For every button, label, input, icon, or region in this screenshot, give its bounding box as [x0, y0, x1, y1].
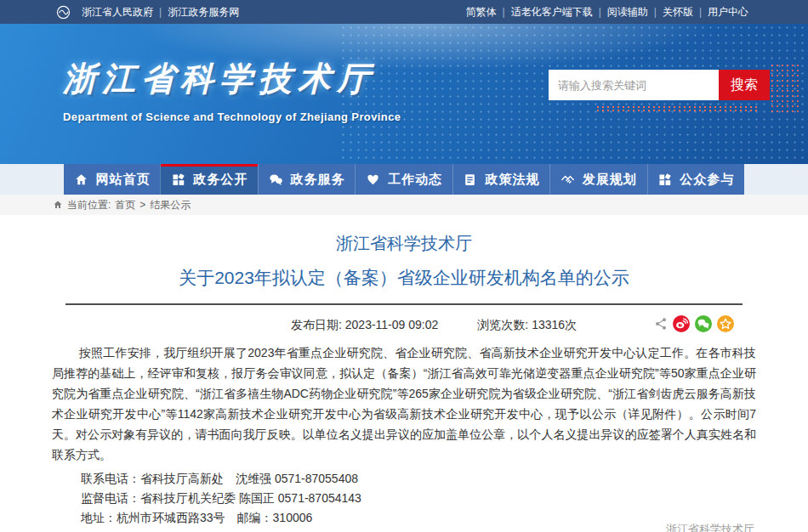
main-navigation: 网站首页 政务公开 政务服务	[0, 164, 808, 195]
search-button[interactable]: 搜索	[719, 70, 770, 100]
topbar-left: 浙江省人民政府 | 浙江政务服务网	[56, 5, 239, 20]
nav-item-public-participation[interactable]: 公众参与	[647, 164, 744, 195]
breadcrumb-home-icon	[53, 200, 63, 210]
separator: |	[159, 6, 162, 18]
link-care-version[interactable]: 关怀版	[663, 5, 693, 20]
top-utility-bar: 浙江省人民政府 | 浙江政务服务网 简繁体 | 适老化客户端下载 | 阅读辅助 …	[0, 0, 808, 24]
nav-item-label: 政策法规	[485, 172, 539, 188]
breadcrumb-current: 结果公示	[150, 198, 191, 212]
nav-item-development-plans[interactable]: 发展规划	[549, 164, 646, 195]
nav-item-work-news[interactable]: 工作动态	[355, 164, 452, 195]
meta-fields: 发布日期:2023-11-09 09:02 浏览次数:13316次	[52, 314, 756, 335]
favorite-star-share-icon[interactable]	[717, 315, 734, 332]
nav-item-label: 网站首页	[96, 172, 151, 188]
link-simplified-traditional[interactable]: 简繁体	[466, 5, 497, 20]
article: 浙江省科学技术厅 关于2023年拟认定（备案）省级企业研发机构名单的公示 发布日…	[52, 232, 756, 532]
link-user-center[interactable]: 用户中心	[708, 5, 748, 20]
address-line: 地址：杭州市环城西路33号 邮编：310006	[81, 508, 756, 528]
share-bar	[654, 315, 734, 332]
nav-item-label: 工作动态	[388, 172, 442, 188]
article-title-main: 关于2023年拟认定（备案）省级企业研发机构名单的公示	[52, 266, 756, 290]
page: 浙江省人民政府 | 浙江政务服务网 简繁体 | 适老化客户端下载 | 阅读辅助 …	[0, 0, 808, 532]
nav-item-gov-info-disclosure[interactable]: 政务公开	[160, 164, 257, 195]
publish-date-label: 发布日期:	[291, 318, 342, 331]
view-count: 浏览次数:13316次	[477, 314, 577, 335]
link-elderly-client-download[interactable]: 适老化客户端下载	[511, 5, 593, 20]
zhejiang-gov-emblem-icon	[56, 5, 71, 20]
nav-item-label: 发展规划	[583, 172, 637, 188]
share-icon[interactable]	[654, 317, 668, 331]
site-title-chinese: 浙江省科学技术厅	[63, 56, 401, 102]
article-meta: 发布日期:2023-11-09 09:02 浏览次数:13316次	[52, 314, 756, 335]
site-branding: 浙江省科学技术厅 Department of Science and Techn…	[63, 56, 401, 123]
separator: |	[699, 6, 702, 18]
contact-info: 联系电话：省科技厅高新处 沈维强 0571-87055408 监督电话：省科技厅…	[52, 469, 756, 528]
title-divider	[65, 303, 743, 305]
nav-item-label: 政务公开	[193, 172, 248, 188]
separator: |	[654, 6, 657, 18]
article-title-agency: 浙江省科学技术厅	[52, 232, 756, 255]
wechat-share-icon[interactable]	[695, 315, 712, 332]
handshake-icon	[560, 173, 575, 187]
contact-phone-line: 联系电话：省科技厅高新处 沈维强 0571-87055408	[81, 469, 756, 489]
site-title-english: Department of Science and Technology of …	[63, 110, 401, 123]
supervision-phone-line: 监督电话：省科技厅机关纪委 陈国正 0571-87054143	[81, 489, 756, 508]
view-count-label: 浏览次数:	[477, 318, 528, 331]
chat-bubbles-icon	[269, 173, 283, 187]
participation-seal-icon	[657, 173, 672, 187]
link-provincial-government[interactable]: 浙江省人民政府	[82, 5, 153, 20]
link-gov-service-network[interactable]: 浙江政务服务网	[168, 5, 239, 20]
search-input[interactable]	[549, 70, 719, 100]
separator: |	[599, 6, 601, 18]
site-banner: 浙江省科学技术厅 Department of Science and Techn…	[0, 24, 808, 164]
weibo-share-icon[interactable]	[673, 315, 690, 332]
red-dots-decoration	[770, 63, 802, 112]
view-count-value: 13316次	[532, 318, 577, 331]
article-body-paragraph: 按照工作安排，我厅组织开展了2023年省重点企业研究院、省企业研究院、省高新技术…	[52, 342, 756, 465]
document-icon	[463, 173, 477, 187]
topbar-right: 简繁体 | 适老化客户端下载 | 阅读辅助 | 关怀版 | 用户中心	[466, 5, 749, 20]
heart-icon	[366, 173, 380, 187]
red-dots-decoration	[595, 105, 757, 112]
publish-date: 发布日期:2023-11-09 09:02	[291, 314, 438, 335]
footer-agency-name: 浙江省科学技术厅	[666, 522, 754, 532]
disclosure-seal-icon	[171, 173, 185, 187]
nav-item-label: 公众参与	[680, 172, 734, 188]
site-search: 搜索	[549, 70, 770, 100]
breadcrumb-separator: >	[139, 199, 145, 211]
breadcrumb-home-link[interactable]: 首页	[115, 198, 135, 212]
nav-items: 网站首页 政务公开 政务服务	[64, 164, 744, 195]
nav-item-gov-services[interactable]: 政务服务	[258, 164, 355, 195]
breadcrumb: 当前位置: 首页 > 结果公示	[0, 195, 808, 215]
link-reading-assist[interactable]: 阅读辅助	[607, 5, 648, 20]
separator: |	[503, 6, 505, 18]
publish-date-value: 2023-11-09 09:02	[345, 318, 439, 331]
breadcrumb-prefix: 当前位置:	[67, 198, 111, 212]
home-icon	[74, 173, 88, 187]
nav-item-label: 政务服务	[291, 172, 345, 188]
nav-item-policies[interactable]: 政策法规	[452, 164, 549, 195]
nav-item-home[interactable]: 网站首页	[64, 164, 160, 195]
